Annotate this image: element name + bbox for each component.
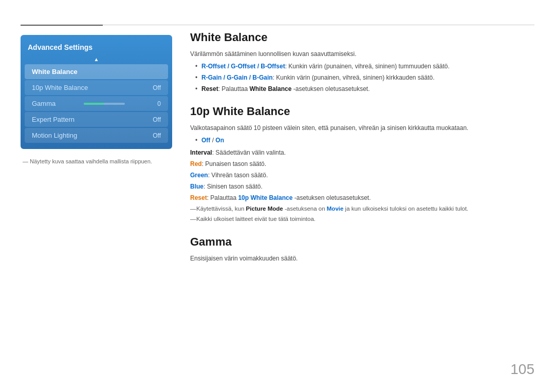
reset-10p-bold: Reset	[190, 194, 207, 201]
gamma-slider-track[interactable]	[84, 103, 125, 105]
sidebar: Advanced Settings ▲ White Balance 10p Wh…	[21, 35, 172, 164]
sidebar-item-label: Gamma	[32, 100, 55, 107]
bullet-slash: /	[210, 137, 215, 144]
label-green: Green: Vihreän tason säätö.	[190, 171, 534, 180]
main-content: White Balance Värilämmön säätäminen luon…	[190, 31, 534, 371]
note-movie-bold: Movie	[327, 206, 344, 212]
white-balance-description: Värilämmön säätäminen luonnollisen kuvan…	[190, 49, 534, 59]
sidebar-item-value: Off	[153, 132, 161, 139]
sidebar-title: Advanced Settings	[21, 40, 172, 57]
sidebar-item-label: White Balance	[32, 68, 78, 76]
10p-wb-offon-bullet: Off / On	[195, 136, 534, 145]
sidebar-item-white-balance[interactable]: White Balance	[25, 64, 168, 79]
sidebar-item-value: Off	[153, 84, 161, 91]
blue-bold: Blue	[190, 183, 203, 190]
red-bold: Red	[190, 160, 202, 167]
sidebar-item-label: 10p White Balance	[32, 84, 88, 91]
bullet-offon: Off / On	[195, 136, 534, 145]
interval-bold: Interval	[190, 149, 212, 156]
bullet-bold-r-gain: R-Gain / G-Gain / B-Gain	[201, 74, 273, 81]
page-number: 105	[510, 361, 534, 378]
section-title-white-balance: White Balance	[190, 31, 534, 44]
sidebar-item-motion-lighting[interactable]: Motion Lighting Off	[25, 128, 168, 143]
label-blue: Blue: Sinisen tason säätö.	[190, 182, 534, 191]
bullet-text-reset-wb2: -asetuksen oletusasetukset.	[291, 85, 369, 92]
section-title-10p-white-balance: 10p White Balance	[190, 105, 534, 118]
label-reset-10p: Reset: Palauttaa 10p White Balance -aset…	[190, 193, 534, 202]
white-balance-bullets: R-Offset / G-Offset / B-Offset: Kunkin v…	[195, 62, 534, 94]
10p-wb-bold: 10p White Balance	[238, 194, 292, 201]
note-external-devices: Kaikki ulkoiset laitteet eivät tue tätä …	[190, 215, 534, 223]
bullet-r-offset: R-Offset / G-Offset / B-Offset: Kunkin v…	[195, 62, 534, 71]
bullet-on-label: On	[215, 137, 224, 144]
bullet-text-reset-wb: : Palauttaa	[218, 85, 250, 92]
sidebar-item-expert-pattern[interactable]: Expert Pattern Off	[25, 112, 168, 127]
sidebar-item-value: Off	[153, 116, 161, 123]
bullet-text-r-gain: : Kunkin värin (punainen, vihreä, sinine…	[273, 74, 435, 81]
bullet-bold-wb-label: White Balance	[249, 85, 291, 92]
sidebar-item-gamma[interactable]: Gamma 0	[25, 96, 168, 111]
note-picture-mode-bold: Picture Mode	[246, 206, 283, 212]
bullet-r-gain: R-Gain / G-Gain / B-Gain: Kunkin värin (…	[195, 73, 534, 82]
bullet-bold-reset-wb: Reset	[201, 85, 218, 92]
bullet-off-label: Off	[201, 137, 210, 144]
label-red: Red: Punaisen tason säätö.	[190, 159, 534, 169]
10p-wb-description: Valkotasapainon säätö 10 pisteen välein …	[190, 123, 534, 133]
section-title-gamma: Gamma	[190, 235, 534, 249]
sidebar-item-label: Motion Lighting	[32, 132, 77, 139]
sidebar-note: ― Näytetty kuva saattaa vaihdella mallis…	[21, 158, 172, 164]
sidebar-panel: Advanced Settings ▲ White Balance 10p Wh…	[21, 35, 172, 149]
green-bold: Green	[190, 172, 208, 179]
gamma-slider-fill	[84, 103, 104, 105]
note-picture-mode: Käytettävissä, kun Picture Mode -asetuks…	[190, 204, 534, 213]
label-interval: Interval: Säädettävän välin valinta.	[190, 148, 534, 157]
bullet-reset-wb: Reset: Palauttaa White Balance -asetukse…	[195, 84, 534, 94]
sidebar-item-label: Expert Pattern	[32, 116, 75, 123]
sidebar-item-10p-white-balance[interactable]: 10p White Balance Off	[25, 80, 168, 95]
top-line-accent	[21, 25, 103, 26]
bullet-bold-r-offset: R-Offset / G-Offset / B-Offset	[201, 63, 285, 70]
sidebar-scroll-up-icon[interactable]: ▲	[21, 57, 172, 62]
gamma-description: Ensisijaisen värin voimakkuuden säätö.	[190, 254, 534, 263]
bullet-text-r-offset: : Kunkin värin (punainen, vihreä, sinine…	[285, 63, 450, 70]
gamma-value: 0	[153, 100, 161, 107]
